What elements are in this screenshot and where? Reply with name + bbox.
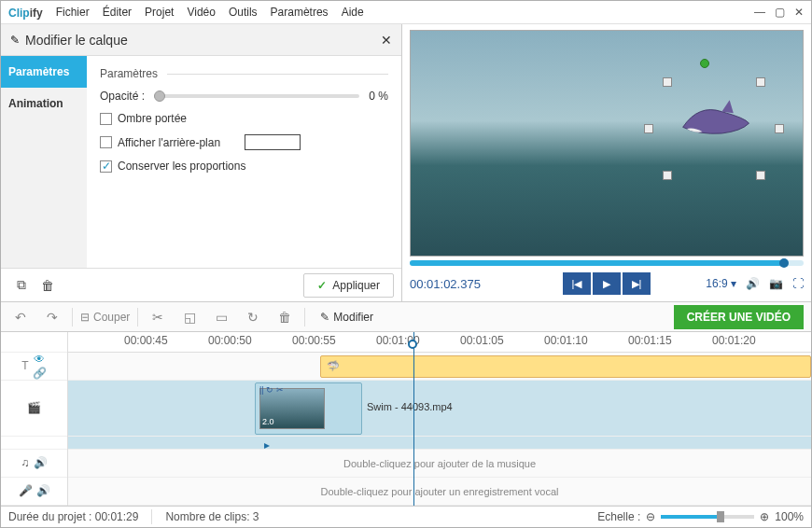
voice-track-icon: 🎤 — [19, 484, 33, 497]
edit-icon: ✎ — [10, 34, 20, 47]
shark-clipart[interactable] — [672, 96, 756, 143]
crop-icon[interactable]: ◱ — [177, 306, 202, 328]
menu-edit[interactable]: Éditer — [103, 6, 132, 19]
fullscreen-icon[interactable]: ⛶ — [792, 277, 804, 290]
opacity-slider[interactable] — [154, 94, 359, 98]
aspect-label: Conserver les proportions — [118, 160, 245, 173]
menu-video[interactable]: Vidéo — [187, 6, 215, 19]
panel-close-icon[interactable]: ✕ — [381, 33, 392, 48]
cut-button[interactable]: ⊟ Couper — [80, 311, 130, 324]
aspect-ratio-selector[interactable]: 16:9 ▾ — [706, 277, 736, 290]
modify-button[interactable]: ✎ Modifier — [313, 311, 381, 324]
timeline: T👁🔗 🎬 ♫🔊 🎤🔊 00:00:4500:00:5000:00:5500:0… — [1, 332, 811, 506]
duplicate-button[interactable]: ⧉ — [8, 273, 35, 298]
menu-help[interactable]: Aide — [342, 6, 364, 19]
voice-track[interactable]: Double-cliquez pour ajouter un enregistr… — [68, 478, 811, 506]
layer-panel: ✎ Modifier le calque ✕ Paramètres Animat… — [1, 24, 402, 301]
link-icon[interactable]: 🔗 — [33, 367, 47, 380]
clip-count: Nombre de clips: 3 — [165, 510, 259, 523]
mute-voice-icon[interactable]: 🔊 — [36, 484, 50, 497]
minimize-icon[interactable]: — — [754, 6, 765, 19]
menu-items: Fichier Éditer Projet Vidéo Outils Param… — [56, 6, 364, 19]
zoom-value: 100% — [775, 510, 804, 523]
prev-frame-button[interactable]: |◀ — [563, 272, 591, 295]
app-logo: Clipify — [8, 6, 43, 20]
tab-parametres[interactable]: Paramètres — [1, 56, 87, 88]
create-video-button[interactable]: CRÉER UNE VIDÉO — [674, 305, 804, 329]
menu-tools[interactable]: Outils — [229, 6, 258, 19]
menu-settings[interactable]: Paramètres — [271, 6, 329, 19]
panel-title: Modifier le calque — [25, 33, 128, 48]
volume-icon[interactable]: 🔊 — [746, 277, 760, 290]
tab-animation[interactable]: Animation — [1, 88, 87, 119]
menubar: Clipify Fichier Éditer Projet Vidéo Outi… — [1, 1, 811, 24]
resize-handle-tl[interactable] — [663, 77, 672, 87]
visibility-icon[interactable]: 👁 — [34, 353, 45, 366]
maximize-icon[interactable]: ▢ — [775, 6, 785, 19]
bg-label: Afficher l'arrière-plan — [118, 136, 220, 149]
resize-handle-ml[interactable] — [644, 124, 653, 133]
text-track[interactable]: 🦈 — [68, 353, 811, 381]
video-track[interactable]: || ↻ ✂ 2.0 Swim - 44093.mp4 — [68, 381, 811, 437]
opacity-value: 0 % — [369, 90, 388, 103]
video-clip[interactable]: || ↻ ✂ 2.0 — [255, 382, 362, 435]
preview-scrubber[interactable] — [410, 260, 804, 266]
resize-handle-mr[interactable] — [775, 124, 784, 133]
video-preview[interactable] — [410, 30, 804, 257]
resize-handle-bl[interactable] — [663, 171, 672, 180]
play-button[interactable]: ▶ — [593, 272, 621, 295]
timeline-toolbar: ↶ ↷ ⊟ Couper ✂ ◱ ▭ ↻ 🗑 ✎ Modifier CRÉER … — [1, 302, 811, 331]
mute-music-icon[interactable]: 🔊 — [34, 456, 48, 469]
duration-label: Durée du projet : 00:01:29 — [8, 510, 138, 523]
clip-label: Swim - 44093.mp4 — [367, 401, 453, 412]
preview-time: 00:01:02.375 — [410, 277, 481, 291]
shadow-label: Ombre portée — [118, 112, 187, 125]
trash-icon[interactable]: 🗑 — [273, 306, 297, 328]
snapshot-icon[interactable]: 📷 — [769, 277, 783, 290]
scissors-icon[interactable]: ✂ — [146, 306, 170, 328]
music-track-icon: ♫ — [21, 456, 30, 469]
playhead[interactable] — [413, 332, 414, 506]
text-clip[interactable]: 🦈 — [320, 355, 811, 378]
undo-button[interactable]: ↶ — [8, 306, 33, 328]
zoom-slider[interactable] — [661, 515, 754, 519]
rotate-icon[interactable]: ↻ — [241, 306, 265, 328]
checkbox-shadow[interactable] — [100, 113, 112, 125]
zoom-in-button[interactable]: ⊕ — [760, 510, 769, 523]
zoom-out-button[interactable]: ⊖ — [646, 510, 655, 523]
close-icon[interactable]: ✕ — [794, 6, 804, 19]
apply-button[interactable]: ✓Appliquer — [303, 273, 394, 298]
bg-color-swatch[interactable] — [245, 134, 301, 150]
resize-handle-tr[interactable] — [756, 77, 765, 87]
video-track-icon: 🎬 — [27, 401, 41, 414]
scale-label: Echelle : — [597, 510, 640, 523]
redo-button[interactable]: ↷ — [40, 306, 64, 328]
menu-file[interactable]: Fichier — [56, 6, 90, 19]
statusbar: Durée du projet : 00:01:29 Nombre de cli… — [1, 506, 811, 527]
checkbox-aspect[interactable]: ✓ — [100, 160, 112, 173]
text-track-icon: T — [21, 359, 28, 372]
menu-project[interactable]: Projet — [145, 6, 174, 19]
opacity-label: Opacité : — [100, 90, 145, 103]
checkbox-background[interactable] — [100, 136, 112, 148]
preview-pane: 00:01:02.375 |◀ ▶ ▶| 16:9 ▾ 🔊 📷 ⛶ — [402, 24, 811, 301]
time-ruler[interactable]: 00:00:4500:00:5000:00:5500:01:0000:01:05… — [68, 332, 811, 353]
rotate-handle[interactable] — [700, 59, 709, 68]
next-frame-button[interactable]: ▶| — [623, 272, 651, 295]
resize-handle-br[interactable] — [756, 171, 765, 180]
aspect-icon[interactable]: ▭ — [209, 306, 233, 328]
transition-track[interactable]: ▸ — [68, 437, 811, 450]
music-track[interactable]: Double-cliquez pour ajouter de la musiqu… — [68, 450, 811, 478]
section-label: Paramètres — [100, 67, 158, 80]
delete-button[interactable]: 🗑 — [35, 273, 61, 298]
